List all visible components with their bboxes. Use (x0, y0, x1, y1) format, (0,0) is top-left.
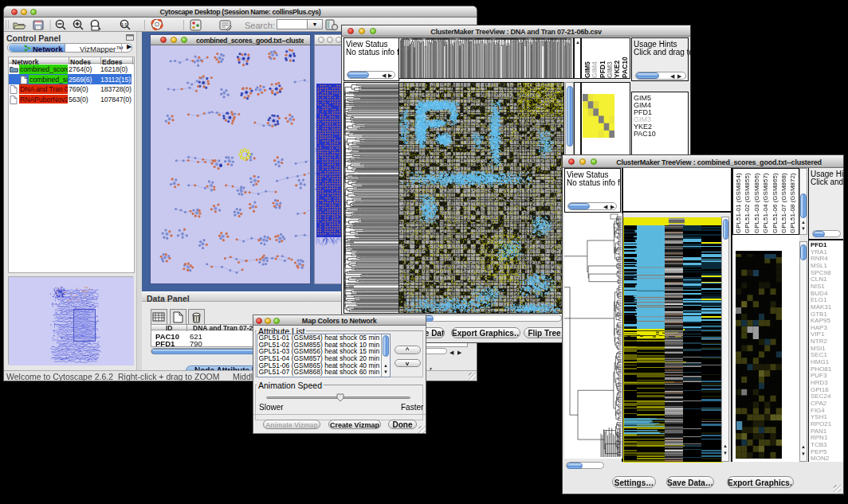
svg-text:1:1: 1:1 (121, 22, 127, 27)
